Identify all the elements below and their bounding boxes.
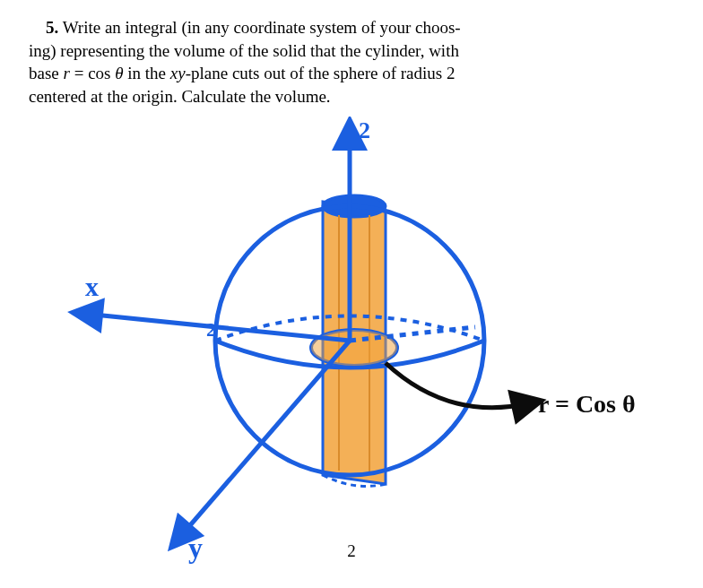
- svg-point-5: [311, 330, 397, 366]
- page-number: 2: [347, 540, 356, 563]
- diagram-figure: 2 2 x y r = Cos θ: [0, 117, 703, 565]
- base-circle: [311, 330, 397, 366]
- axes: [85, 133, 475, 538]
- text-part-1: Write an integral (in any coordinate sys…: [63, 18, 461, 37]
- x-tick-label: 2: [206, 318, 216, 341]
- problem-line-4: centered at the origin. Calculate the vo…: [29, 87, 331, 106]
- annotation-arrow: [386, 363, 529, 408]
- problem-line-2: ing) representing the volume of the soli…: [29, 41, 459, 60]
- y-axis-label: y: [188, 532, 203, 564]
- problem-line-1: 5. Write an integral (in any coordinate …: [29, 18, 461, 37]
- z-top-label: 2: [359, 117, 370, 143]
- problem-line-3: base r = cos θ in the xy-plane cuts out …: [29, 64, 455, 82]
- problem-text: 5. Write an integral (in any coordinate …: [29, 16, 656, 108]
- problem-number: 5.: [46, 18, 58, 37]
- annotation-label: r = Cos θ: [538, 390, 636, 418]
- x-axis-label: x: [85, 272, 99, 301]
